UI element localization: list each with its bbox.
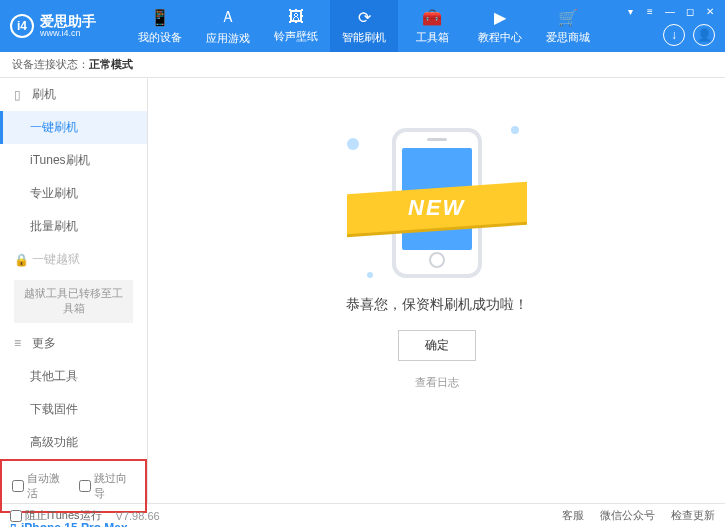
list-icon[interactable]: ≡ <box>643 4 657 18</box>
ok-button[interactable]: 确定 <box>398 330 476 361</box>
logo-icon: i4 <box>10 14 34 38</box>
user-button[interactable]: 👤 <box>693 24 715 46</box>
footer-link[interactable]: 客服 <box>562 508 584 523</box>
nav-icon: ▶ <box>494 8 506 27</box>
top-nav: 📱我的设备Ａ应用游戏🖼铃声壁纸⟳智能刷机🧰工具箱▶教程中心🛒爱思商城 <box>126 0 602 52</box>
options-box: 自动激活 跳过向导 <box>0 459 147 513</box>
nav-label: 教程中心 <box>478 30 522 45</box>
nav-icon: 🛒 <box>558 8 578 27</box>
new-badge: NEW <box>347 182 527 235</box>
nav-item-3[interactable]: ⟳智能刷机 <box>330 0 398 52</box>
phone-icon: ▯ <box>14 88 26 102</box>
nav-label: 我的设备 <box>138 30 182 45</box>
close-icon[interactable]: ✕ <box>703 4 717 18</box>
app-subtitle: www.i4.cn <box>40 28 96 38</box>
sidebar-group-flash[interactable]: ▯ 刷机 <box>0 78 147 111</box>
window-controls: ▾ ≡ — ◻ ✕ <box>623 4 717 18</box>
success-message: 恭喜您，保资料刷机成功啦！ <box>346 296 528 314</box>
sidebar-item[interactable]: 其他工具 <box>0 360 147 393</box>
skip-wizard-checkbox[interactable]: 跳过向导 <box>79 471 136 501</box>
nav-item-4[interactable]: 🧰工具箱 <box>398 0 466 52</box>
menu-icon[interactable]: ▾ <box>623 4 637 18</box>
title-bar: i4 爱思助手 www.i4.cn 📱我的设备Ａ应用游戏🖼铃声壁纸⟳智能刷机🧰工… <box>0 0 725 52</box>
nav-icon: 🧰 <box>422 8 442 27</box>
success-illustration: NEW <box>347 118 527 278</box>
auto-activate-checkbox[interactable]: 自动激活 <box>12 471 69 501</box>
nav-item-0[interactable]: 📱我的设备 <box>126 0 194 52</box>
version-label: V7.98.66 <box>116 510 160 522</box>
nav-icon: 📱 <box>150 8 170 27</box>
download-button[interactable]: ↓ <box>663 24 685 46</box>
sidebar-item[interactable]: iTunes刷机 <box>0 144 147 177</box>
nav-item-1[interactable]: Ａ应用游戏 <box>194 0 262 52</box>
app-logo: i4 爱思助手 www.i4.cn <box>10 14 96 38</box>
lock-icon: 🔒 <box>14 253 26 267</box>
nav-icon: 🖼 <box>288 8 304 26</box>
sidebar-item[interactable]: 一键刷机 <box>0 111 147 144</box>
nav-icon: ⟳ <box>358 8 371 27</box>
sidebar-item[interactable]: 下载固件 <box>0 393 147 426</box>
nav-label: 铃声壁纸 <box>274 29 318 44</box>
jailbreak-note: 越狱工具已转移至工具箱 <box>14 280 133 323</box>
view-log-link[interactable]: 查看日志 <box>415 375 459 390</box>
status-mode: 正常模式 <box>89 57 133 72</box>
app-title: 爱思助手 <box>40 14 96 28</box>
sidebar-item[interactable]: 高级功能 <box>0 426 147 459</box>
main-panel: NEW 恭喜您，保资料刷机成功啦！ 确定 查看日志 <box>148 78 725 503</box>
more-icon: ≡ <box>14 336 26 350</box>
block-itunes-checkbox[interactable]: 阻止iTunes运行 <box>10 508 102 523</box>
nav-label: 爱思商城 <box>546 30 590 45</box>
sidebar: ▯ 刷机 一键刷机iTunes刷机专业刷机批量刷机 🔒 一键越狱 越狱工具已转移… <box>0 78 148 503</box>
nav-label: 工具箱 <box>416 30 449 45</box>
nav-label: 应用游戏 <box>206 31 250 46</box>
sidebar-group-jailbreak: 🔒 一键越狱 <box>0 243 147 276</box>
nav-item-5[interactable]: ▶教程中心 <box>466 0 534 52</box>
nav-item-2[interactable]: 🖼铃声壁纸 <box>262 0 330 52</box>
minimize-icon[interactable]: — <box>663 4 677 18</box>
nav-item-6[interactable]: 🛒爱思商城 <box>534 0 602 52</box>
nav-label: 智能刷机 <box>342 30 386 45</box>
sidebar-item[interactable]: 批量刷机 <box>0 210 147 243</box>
footer-link[interactable]: 检查更新 <box>671 508 715 523</box>
nav-icon: Ａ <box>220 7 236 28</box>
status-prefix: 设备连接状态： <box>12 57 89 72</box>
sidebar-group-more[interactable]: ≡ 更多 <box>0 327 147 360</box>
footer-link[interactable]: 微信公众号 <box>600 508 655 523</box>
maximize-icon[interactable]: ◻ <box>683 4 697 18</box>
sidebar-item[interactable]: 专业刷机 <box>0 177 147 210</box>
status-bar: 设备连接状态： 正常模式 <box>0 52 725 78</box>
